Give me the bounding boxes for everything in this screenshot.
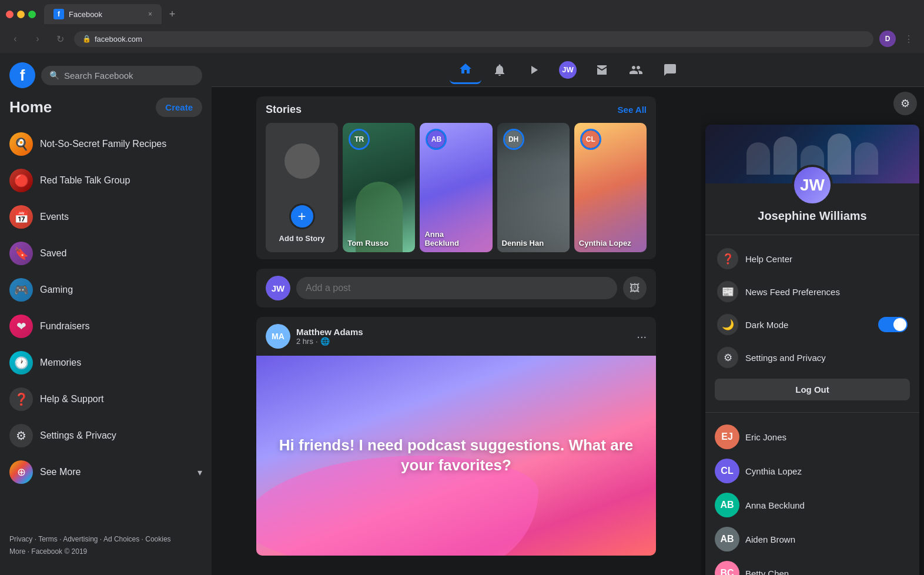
nav-home-btn[interactable] bbox=[450, 56, 481, 84]
browser-user-avatar[interactable]: D bbox=[879, 31, 896, 47]
red-table-icon: 🔴 bbox=[9, 169, 33, 192]
sidebar-item-help[interactable]: ❓ Help & Support bbox=[5, 382, 207, 417]
post-meta: Matthew Adams 2 hrs · 🌐 bbox=[296, 327, 631, 346]
nav-notifications-btn[interactable] bbox=[484, 56, 515, 84]
ad-choices-link[interactable]: Ad Choices bbox=[103, 535, 139, 543]
forward-btn[interactable]: › bbox=[29, 31, 46, 47]
feed-container: Stories See All + bbox=[256, 96, 656, 566]
sidebar-item-label-red-table: Red Table Talk Group bbox=[40, 175, 130, 186]
sidebar-item-see-more[interactable]: ⊕ See More ▾ bbox=[5, 454, 207, 490]
divider-2 bbox=[705, 412, 919, 413]
sidebar-item-fundraisers[interactable]: ❤ Fundraisers bbox=[5, 309, 207, 344]
friend-betty-chen[interactable]: BC Betty Chen bbox=[710, 556, 915, 575]
events-icon: 📅 bbox=[9, 205, 33, 229]
story-card-anna[interactable]: AB AnnaBecklund bbox=[420, 123, 492, 252]
globe-icon: 🌐 bbox=[320, 337, 330, 346]
close-tab-btn[interactable]: × bbox=[148, 10, 152, 18]
url-bar[interactable]: 🔒 facebook.com bbox=[74, 31, 873, 47]
friend-name-cynthia-lopez: Cynthia Lopez bbox=[745, 466, 802, 476]
privacy-link[interactable]: Privacy bbox=[9, 535, 32, 543]
friend-avatar-anna-becklund: AB bbox=[715, 493, 739, 517]
story-avatar-dennis: DH bbox=[503, 129, 524, 150]
sidebar-item-settings[interactable]: ⚙ Settings & Privacy bbox=[5, 418, 207, 453]
nav-groups-btn[interactable] bbox=[620, 56, 652, 84]
sidebar-item-gaming[interactable]: 🎮 Gaming bbox=[5, 272, 207, 307]
story-card-tom[interactable]: TR Tom Russo bbox=[343, 123, 415, 252]
fundraisers-icon: ❤ bbox=[9, 315, 33, 338]
browser-tab[interactable]: f Facebook × bbox=[44, 4, 162, 24]
back-btn[interactable]: ‹ bbox=[7, 31, 24, 47]
nav-marketplace-btn[interactable] bbox=[586, 56, 618, 84]
post-author-name: Matthew Adams bbox=[296, 327, 631, 337]
friend-avatar-eric-jones: EJ bbox=[715, 424, 739, 449]
browser-tab-bar: f Facebook × + bbox=[0, 0, 924, 25]
feed-area: Stories See All + bbox=[212, 87, 701, 575]
sidebar-item-label-events: Events bbox=[40, 212, 69, 222]
sidebar-item-events[interactable]: 📅 Events bbox=[5, 199, 207, 235]
nav-profile-btn[interactable]: JW bbox=[552, 56, 584, 84]
friend-cynthia-lopez[interactable]: CL Cynthia Lopez bbox=[710, 454, 915, 488]
facebook-tab-favicon: f bbox=[53, 9, 64, 19]
friend-name-anna-becklund: Anna Becklund bbox=[745, 500, 805, 510]
refresh-btn[interactable]: ↻ bbox=[52, 31, 68, 47]
add-story-plus-icon: + bbox=[289, 203, 315, 229]
dropdown-news-feed[interactable]: 📰 News Feed Preferences bbox=[710, 275, 915, 308]
search-box[interactable]: 🔍 Search Facebook bbox=[41, 66, 202, 85]
sidebar-item-label-saved: Saved bbox=[40, 248, 66, 259]
minimize-window-btn[interactable] bbox=[17, 11, 25, 18]
stories-title: Stories bbox=[266, 103, 302, 116]
terms-link[interactable]: Terms bbox=[38, 535, 58, 543]
help-center-label: Help Center bbox=[745, 254, 792, 264]
help-icon: ❓ bbox=[9, 387, 33, 411]
dropdown-help-center[interactable]: ❓ Help Center bbox=[710, 242, 915, 275]
right-panel-inner: ⚙ bbox=[701, 87, 924, 575]
maximize-window-btn[interactable] bbox=[28, 11, 36, 18]
lock-icon: 🔒 bbox=[82, 35, 91, 43]
story-card-cynthia[interactable]: CL Cynthia Lopez bbox=[574, 123, 647, 252]
browser-menu-btn[interactable]: ⋮ bbox=[900, 31, 917, 47]
story-card-dennis[interactable]: DH Dennis Han bbox=[497, 123, 570, 252]
new-tab-btn[interactable]: + bbox=[164, 6, 180, 22]
story-name-tom: Tom Russo bbox=[347, 239, 410, 248]
friend-eric-jones[interactable]: EJ Eric Jones bbox=[710, 420, 915, 454]
dark-mode-toggle[interactable] bbox=[878, 317, 908, 332]
more-link[interactable]: More bbox=[9, 547, 25, 556]
sidebar-item-red-table[interactable]: 🔴 Red Table Talk Group bbox=[5, 163, 207, 198]
sidebar-item-saved[interactable]: 🔖 Saved bbox=[5, 236, 207, 271]
see-all-btn[interactable]: See All bbox=[618, 105, 647, 115]
user-display-name: Josephine Williams bbox=[758, 209, 866, 223]
add-story-label: Add to Story bbox=[279, 234, 325, 243]
stories-header: Stories See All bbox=[266, 103, 647, 116]
post-composer-input[interactable] bbox=[296, 277, 617, 299]
friend-avatar-betty-chen: BC bbox=[715, 561, 739, 575]
dropdown-panel: JW Josephine Williams ❓ Help Center � bbox=[705, 125, 919, 575]
nav-watch-btn[interactable] bbox=[518, 56, 550, 84]
friend-anna-becklund[interactable]: AB Anna Becklund bbox=[710, 488, 915, 522]
gear-settings-btn[interactable]: ⚙ bbox=[893, 92, 917, 115]
add-photo-btn[interactable]: 🖼 bbox=[623, 276, 647, 300]
sidebar-item-label-memories: Memories bbox=[40, 357, 81, 368]
close-window-btn[interactable] bbox=[6, 11, 14, 18]
dropdown-settings-privacy[interactable]: ⚙ Settings and Privacy bbox=[710, 341, 915, 374]
sidebar-item-label-gaming: Gaming bbox=[40, 285, 73, 295]
post-more-options-btn[interactable]: ··· bbox=[637, 330, 647, 343]
dropdown-dark-mode[interactable]: 🌙 Dark Mode bbox=[710, 308, 915, 341]
cookies-link[interactable]: Cookies bbox=[145, 535, 170, 543]
post-composer: JW 🖼 bbox=[256, 269, 656, 307]
sidebar-item-memories[interactable]: 🕐 Memories bbox=[5, 345, 207, 380]
friend-aiden-brown[interactable]: AB Aiden Brown bbox=[710, 522, 915, 556]
right-panel-header: ⚙ bbox=[701, 87, 924, 120]
sidebar-item-label-fundraisers: Fundraisers bbox=[40, 321, 89, 332]
footer-links: Privacy · Terms · Advertising · Ad Choic… bbox=[5, 526, 207, 566]
dropdown-menu: ❓ Help Center 📰 News Feed Preferences 🌙 … bbox=[705, 238, 919, 410]
advertising-link[interactable]: Advertising bbox=[63, 535, 98, 543]
add-story-card[interactable]: + Add to Story bbox=[266, 123, 338, 252]
search-icon: 🔍 bbox=[49, 71, 59, 80]
nav-messenger-btn[interactable] bbox=[654, 56, 686, 84]
logout-button[interactable]: Log Out bbox=[715, 379, 910, 400]
friends-section: EJ Eric Jones CL Cynthia Lopez AB Anna B… bbox=[705, 415, 919, 575]
story-avatar-anna: AB bbox=[426, 129, 447, 150]
sidebar-item-family-recipes[interactable]: 🍳 Not-So-Secret Family Recipes bbox=[5, 126, 207, 162]
create-button[interactable]: Create bbox=[156, 98, 202, 117]
story-name-cynthia: Cynthia Lopez bbox=[579, 239, 642, 248]
